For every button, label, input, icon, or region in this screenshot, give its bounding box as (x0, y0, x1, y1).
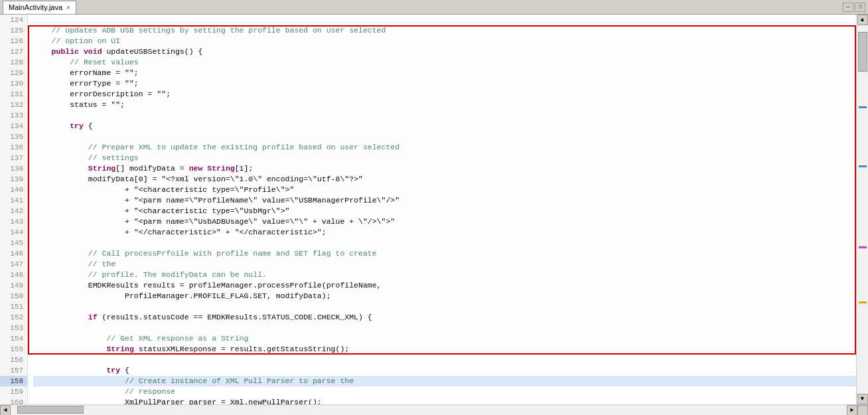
code-line: + "<parm name=\"UsbADBUsage\" value=\"\"… (33, 216, 856, 227)
line-number: 136 (0, 142, 27, 153)
line-number: 139 (0, 174, 27, 185)
tab-close-button[interactable]: × (66, 4, 70, 11)
code-line: // the (33, 259, 856, 270)
scroll-left-button[interactable]: ◄ (0, 405, 11, 415)
line-number: 143 (0, 216, 27, 227)
code-line: modifyData[0] = "<?xml version=\"1.0\" e… (33, 174, 856, 185)
scroll-up-button[interactable]: ▲ (857, 15, 868, 25)
code-line: // Updates ADB USB settings by setting t… (33, 25, 856, 36)
code-line: try { (33, 121, 856, 131)
code-line: errorDescription = ""; (33, 89, 856, 100)
line-number: 146 (0, 248, 27, 259)
window-controls: — ❐ (843, 3, 865, 12)
code-line: ProfileManager.PROFILE_FLAG.SET, modifyD… (33, 291, 856, 301)
line-number: 126 (0, 36, 27, 46)
line-number: 137 (0, 153, 27, 163)
line-number: 157 (0, 365, 27, 376)
line-number: 151 (0, 301, 27, 312)
line-number: 144 (0, 227, 27, 238)
marker-pink-1 (859, 246, 867, 248)
line-number: 150 (0, 291, 27, 301)
line-number: 138 (0, 163, 27, 174)
code-line (33, 238, 856, 248)
line-number: 127 (0, 46, 27, 57)
line-numbers: 1241251261271281291301311321331341351361… (0, 15, 28, 404)
scroll-down-button[interactable]: ▼ (857, 394, 868, 404)
line-number: 141 (0, 195, 27, 206)
line-number: 160 (0, 397, 27, 404)
tab-filename: MainActivity.java (9, 3, 62, 11)
line-number: 145 (0, 238, 27, 248)
editor-container: 1241251261271281291301311321331341351361… (0, 15, 868, 404)
code-line: + "<characteristic type=\"UsbMgr\">" (33, 206, 856, 216)
scroll-right-button[interactable]: ► (847, 405, 857, 415)
code-line: if (results.statusCode == EMDKResults.ST… (33, 312, 856, 323)
code-line: status = ""; (33, 100, 856, 110)
code-line: EMDKResults results = profileManager.pro… (33, 280, 856, 291)
line-number: 140 (0, 185, 27, 195)
code-line: // Prepare XML to update the existing pr… (33, 142, 856, 153)
code-line: public void updateUSBSettings() { (33, 46, 856, 57)
code-area[interactable]: // Updates ADB USB settings by setting t… (28, 15, 856, 404)
line-number: 134 (0, 121, 27, 131)
editor-tab[interactable]: MainActivity.java × (3, 1, 76, 14)
line-number: 155 (0, 344, 27, 355)
line-number: 153 (0, 323, 27, 333)
line-number: 154 (0, 333, 27, 344)
code-line: // Reset values (33, 57, 856, 68)
code-line: + "</characteristic>" + "</characteristi… (33, 227, 856, 238)
code-line: // Get XML response as a String (33, 333, 856, 344)
code-line (33, 131, 856, 142)
code-line: + "<characteristic type=\"Profile\">" (33, 185, 856, 195)
line-number: 132 (0, 100, 27, 110)
line-number: 142 (0, 206, 27, 216)
line-number: 133 (0, 110, 27, 121)
code-line: // response (33, 386, 856, 397)
code-line: // Call processPrfoile with profile name… (33, 248, 856, 259)
line-number: 148 (0, 270, 27, 280)
line-number: 130 (0, 78, 27, 89)
code-line: // option on UI (33, 36, 856, 46)
line-number: 156 (0, 355, 27, 365)
code-line: XmlPullParser parser = Xml.newPullParser… (33, 397, 856, 404)
line-number: 152 (0, 312, 27, 323)
code-line: // settings (33, 153, 856, 163)
code-line: + "<parm name=\"ProfileName\" value=\"US… (33, 195, 856, 206)
scroll-track[interactable] (857, 25, 868, 394)
marker-blue-1 (859, 106, 867, 108)
code-line: String statusXMLResponse = results.getSt… (33, 344, 856, 355)
code-line: // Create instance of XML Pull Parser to… (33, 376, 856, 386)
line-number: 135 (0, 131, 27, 142)
code-line (33, 323, 856, 333)
line-number: 124 (0, 15, 27, 25)
marker-blue-2 (859, 165, 867, 167)
line-number: 158 (0, 376, 27, 386)
h-scroll-thumb[interactable] (17, 406, 84, 414)
line-number: 125 (0, 25, 27, 36)
code-line: errorName = ""; (33, 68, 856, 78)
code-line (33, 301, 856, 312)
restore-button[interactable]: ❐ (855, 3, 865, 12)
scrollbar-corner (857, 405, 868, 415)
minimize-button[interactable]: — (843, 3, 853, 12)
horizontal-scrollbar[interactable]: ◄ ► (0, 404, 868, 415)
line-number: 149 (0, 280, 27, 291)
line-number: 159 (0, 386, 27, 397)
marker-yellow-1 (859, 301, 867, 303)
code-line: String[] modifyData = new String[1]; (33, 163, 856, 174)
scroll-thumb[interactable] (858, 32, 867, 72)
line-number: 128 (0, 57, 27, 68)
h-scroll-track[interactable] (11, 405, 847, 415)
line-number: 147 (0, 259, 27, 270)
code-line: try { (33, 365, 856, 376)
code-line: // profile. The modifyData can be null. (33, 270, 856, 280)
code-line (33, 110, 856, 121)
code-line: errorType = ""; (33, 78, 856, 89)
line-number: 131 (0, 89, 27, 100)
title-bar: MainActivity.java × — ❐ (0, 0, 868, 15)
vertical-scrollbar[interactable]: ▲ ▼ (856, 15, 868, 404)
code-line (33, 355, 856, 365)
code-line (33, 15, 856, 25)
line-number: 129 (0, 68, 27, 78)
